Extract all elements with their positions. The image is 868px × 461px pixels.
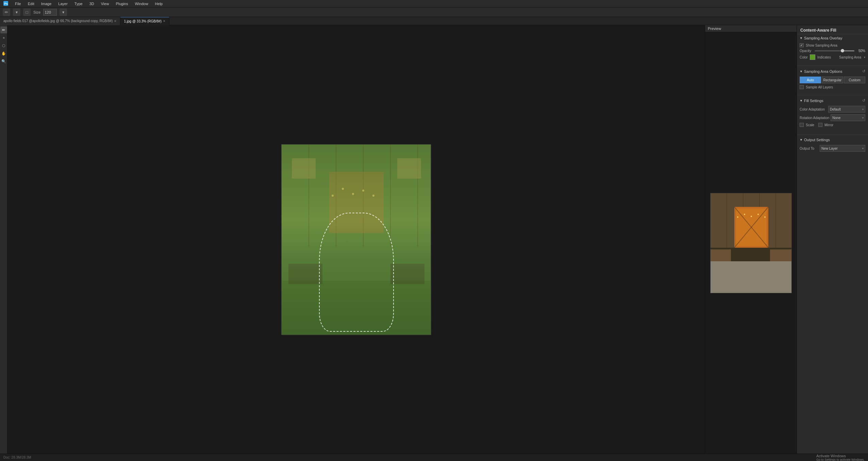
svg-point-31 [764, 216, 766, 218]
sampling-options-content: Auto Rectangular Custom Sample All Layer… [797, 75, 868, 94]
menu-window[interactable]: Window [133, 2, 149, 6]
section-output-header[interactable]: ▼ Output Settings [797, 136, 868, 144]
tool-icon: ✏ [3, 9, 10, 16]
hand-tool[interactable]: ✋ [0, 50, 7, 57]
menu-type[interactable]: Type [73, 2, 84, 6]
fill-reset-icon[interactable]: ↺ [862, 98, 865, 103]
tab-1[interactable]: apollo fields 017 @apollofields.jpg @ 66… [0, 17, 120, 25]
divider-1 [797, 66, 868, 66]
preview-title: Preview [708, 27, 721, 31]
divider-3 [797, 134, 868, 135]
section-sampling-options-header[interactable]: ▼ Sampling Area Options ↺ [797, 67, 868, 75]
scale-label: Scale [806, 123, 814, 127]
preview-img-box [710, 193, 792, 293]
sampling-area-label: Sampling Area [839, 55, 861, 59]
color-adaptation-select[interactable]: Default ▾ [828, 106, 865, 113]
menu-ps[interactable]: Ps [2, 1, 10, 6]
main-area: ✏ ⌖ ⬡ ✋ 🔍 [0, 25, 868, 454]
mode-icon[interactable]: □ [23, 9, 31, 16]
svg-text:Ps: Ps [4, 2, 8, 5]
select-arrow-icon-3: ▾ [862, 147, 864, 150]
rotation-adaptation-select[interactable]: None ▾ [831, 114, 865, 121]
reset-icon[interactable]: ↺ [862, 69, 865, 73]
indicates-label: Indicates [817, 55, 831, 59]
brush-preset-icon[interactable]: ▾ [13, 9, 20, 16]
size-dropdown-icon[interactable]: ▾ [60, 9, 67, 16]
custom-btn[interactable]: Custom [844, 77, 865, 83]
size-label: Size [33, 10, 40, 14]
right-panel: Content-Aware Fill ▼ Sampling Area Overl… [797, 25, 868, 454]
preview-panel: Preview [705, 25, 797, 454]
section-sampling-overlay-header[interactable]: ▼ Sampling Area Overlay [797, 34, 868, 42]
sampling-button-group: Auto Rectangular Custom [800, 77, 865, 83]
menu-file[interactable]: File [14, 2, 22, 6]
rectangular-btn[interactable]: Rectangular [822, 77, 843, 83]
show-sampling-label: Show Sampling Area [806, 44, 837, 47]
output-to-row: Output To New Layer ▾ [800, 145, 865, 152]
output-settings-label: Output Settings [804, 138, 830, 142]
tab-2-close[interactable]: ✕ [163, 19, 166, 23]
show-sampling-row: Show Sampling Area [800, 43, 865, 47]
svg-rect-16 [282, 281, 431, 335]
size-input[interactable] [43, 9, 57, 16]
show-sampling-checkbox[interactable] [800, 43, 804, 47]
menu-layer[interactable]: Layer [57, 2, 69, 6]
fill-settings-label: Fill Settings [804, 99, 823, 103]
output-to-value: New Layer [821, 147, 838, 150]
opacity-row: Opacity 50% [800, 49, 865, 53]
slider-thumb [841, 49, 844, 52]
dropdown-arrow-icon[interactable]: ▾ [864, 56, 865, 59]
scale-row: Scale [800, 123, 814, 127]
mirror-checkbox[interactable] [818, 123, 822, 127]
divider-2 [797, 95, 868, 95]
brush-tool[interactable]: ✏ [0, 27, 7, 33]
svg-point-12 [342, 188, 344, 190]
svg-point-11 [332, 195, 334, 197]
sampling-overlay-label: Sampling Area Overlay [804, 36, 842, 40]
preview-header: Preview [705, 25, 797, 32]
select-arrow-icon: ▾ [862, 108, 864, 111]
scale-checkbox[interactable] [800, 123, 804, 127]
color-adaptation-label: Color Adaptation [800, 108, 827, 111]
patch-tool[interactable]: ⬡ [0, 42, 7, 49]
menu-view[interactable]: View [100, 2, 111, 6]
menu-edit[interactable]: Edit [27, 2, 36, 6]
color-swatch[interactable] [810, 54, 815, 60]
opacity-slider[interactable] [815, 50, 854, 51]
menu-3d[interactable]: 3D [88, 2, 96, 6]
output-settings-content: Output To New Layer ▾ [797, 144, 868, 156]
tab-1-label: apollo fields 017 @apollofields.jpg @ 66… [3, 19, 113, 23]
tab-2[interactable]: 1.jpg @ 33.3% (RGB/8#) ✕ [120, 17, 169, 25]
svg-point-15 [372, 195, 374, 197]
svg-rect-34 [711, 261, 792, 293]
svg-point-13 [352, 193, 354, 195]
mirror-row: Mirror [818, 123, 833, 127]
rotation-adaptation-value: None [832, 116, 840, 120]
auto-btn[interactable]: Auto [800, 77, 821, 83]
canvas-background [282, 145, 431, 334]
windows-line2: Go to Settings to activate Windows. [816, 458, 865, 461]
lasso-tool[interactable]: ⌖ [0, 34, 7, 41]
output-to-select[interactable]: New Layer ▾ [820, 145, 865, 152]
svg-point-14 [362, 190, 364, 192]
canvas-area[interactable] [7, 25, 705, 454]
tab-1-close[interactable]: ✕ [114, 19, 117, 23]
menu-help[interactable]: Help [154, 2, 164, 6]
color-label: Color [800, 55, 808, 59]
panel-title: Content-Aware Fill [797, 25, 868, 34]
menu-plugins[interactable]: Plugins [114, 2, 129, 6]
fill-settings-content: Color Adaptation Default ▾ Rotation Adap… [797, 104, 868, 133]
svg-rect-10 [397, 158, 421, 179]
color-adaptation-row: Color Adaptation Default ▾ [800, 106, 865, 113]
activate-windows: Activate Windows Go to Settings to activ… [816, 454, 865, 461]
sample-all-layers-checkbox[interactable] [800, 85, 804, 89]
canvas-image [281, 144, 431, 335]
section-fill-header[interactable]: ▼ Fill Settings ↺ [797, 97, 868, 104]
svg-point-27 [737, 216, 738, 218]
svg-rect-9 [292, 158, 316, 179]
menu-image[interactable]: Image [40, 2, 53, 6]
zoom-tool[interactable]: 🔍 [0, 58, 7, 65]
menu-bar: Ps File Edit Image Layer Type 3D View Pl… [0, 0, 868, 7]
left-toolbar: ✏ ⌖ ⬡ ✋ 🔍 [0, 25, 7, 454]
chevron-down-icon-3: ▼ [800, 99, 803, 102]
